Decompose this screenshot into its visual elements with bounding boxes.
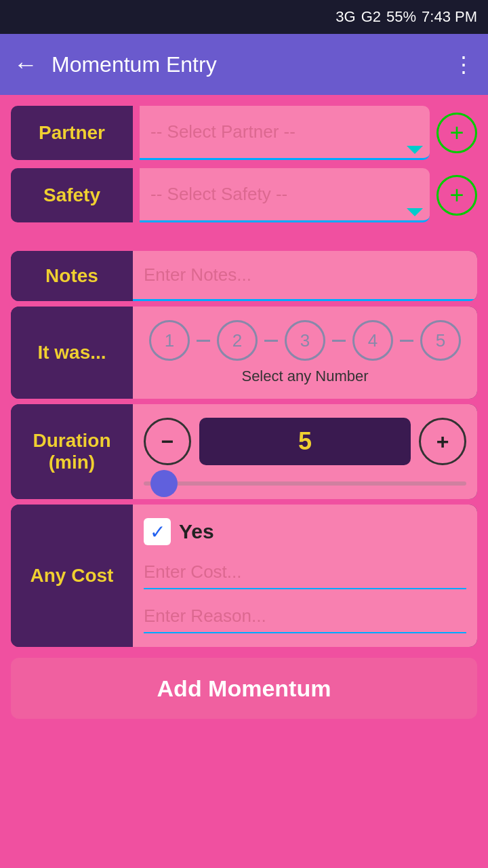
safety-add-button[interactable]: +: [436, 175, 477, 216]
add-momentum-label: Add Momentum: [157, 675, 331, 702]
battery-text: 55%: [386, 8, 416, 26]
time-text: 7:43 PM: [422, 8, 477, 26]
partner-label-box: Partner: [11, 106, 133, 160]
notes-row: Notes Enter Notes...: [11, 251, 477, 301]
itwas-label: It was...: [37, 342, 106, 363]
duration-slider-track[interactable]: [144, 481, 466, 486]
anycost-checkbox[interactable]: ✓: [144, 518, 171, 545]
decrement-icon: −: [161, 429, 174, 454]
notes-label: Notes: [45, 265, 98, 287]
signal-text: 3G: [336, 8, 355, 26]
anycost-label-box: Any Cost: [11, 505, 133, 647]
anycost-content: ✓ Yes Enter Cost... Enter Reason...: [133, 505, 477, 647]
safety-dropdown-text: -- Select Safety --: [150, 184, 419, 205]
anycost-row: Any Cost ✓ Yes Enter Cost... Enter Reaso…: [11, 505, 477, 647]
partner-label: Partner: [39, 122, 105, 144]
connector-2: [264, 340, 278, 342]
number-4-text: 4: [368, 330, 378, 351]
duration-label: Duration(min): [33, 430, 110, 473]
safety-dropdown-arrow: [407, 208, 423, 216]
itwas-label-box: It was...: [11, 307, 133, 399]
cost-input[interactable]: Enter Cost...: [144, 556, 466, 589]
duration-value: 5: [298, 427, 312, 456]
number-circle-3[interactable]: 3: [285, 320, 325, 361]
number-circles: 1 2 3 4 5: [149, 320, 461, 361]
duration-value-box: 5: [199, 418, 411, 465]
connector-1: [197, 340, 210, 342]
main-content: Partner -- Select Partner -- + Safety --…: [0, 95, 488, 743]
number-circle-4[interactable]: 4: [352, 320, 393, 361]
cost-placeholder: Enter Cost...: [144, 561, 242, 582]
notes-input[interactable]: Enter Notes...: [133, 251, 477, 301]
number-1-text: 1: [165, 330, 174, 351]
itwas-row: It was... 1 2 3 4: [11, 307, 477, 399]
more-menu-button[interactable]: ⋮: [453, 52, 474, 77]
reason-placeholder: Enter Reason...: [144, 606, 266, 626]
duration-increment-button[interactable]: +: [419, 418, 466, 465]
increment-icon: +: [436, 429, 449, 454]
checkbox-row: ✓ Yes: [144, 518, 466, 545]
number-circle-2[interactable]: 2: [217, 320, 258, 361]
number-2-text: 2: [232, 330, 242, 351]
checkbox-check-icon: ✓: [150, 521, 165, 543]
duration-label-box: Duration(min): [11, 404, 133, 499]
app-bar: ← Momentum Entry ⋮: [0, 34, 488, 95]
status-bar: 3G G2 55% 7:43 PM: [0, 0, 488, 34]
number-circle-5[interactable]: 5: [420, 320, 461, 361]
checkbox-label: Yes: [179, 520, 214, 543]
itwas-content: 1 2 3 4 5: [133, 307, 477, 399]
safety-label-box: Safety: [11, 168, 133, 222]
partner-dropdown-text: -- Select Partner --: [150, 121, 419, 142]
number-3-text: 3: [300, 330, 310, 351]
partner-add-button[interactable]: +: [436, 113, 477, 153]
number-circle-1[interactable]: 1: [149, 320, 190, 361]
number-5-text: 5: [436, 330, 445, 351]
duration-stepper: − 5 +: [144, 418, 466, 465]
duration-row: Duration(min) − 5 +: [11, 404, 477, 499]
notes-placeholder: Enter Notes...: [144, 264, 251, 285]
back-button[interactable]: ←: [14, 50, 38, 79]
duration-decrement-button[interactable]: −: [144, 418, 191, 465]
safety-field-row: Safety -- Select Safety -- +: [11, 168, 477, 222]
duration-slider-thumb[interactable]: [150, 470, 178, 497]
partner-field-row: Partner -- Select Partner -- +: [11, 106, 477, 160]
anycost-label: Any Cost: [30, 565, 114, 587]
safety-dropdown[interactable]: -- Select Safety --: [140, 168, 430, 222]
safety-add-icon: +: [449, 183, 464, 208]
add-momentum-button[interactable]: Add Momentum: [11, 658, 477, 719]
signal2-text: G2: [361, 8, 381, 26]
notes-label-box: Notes: [11, 251, 133, 301]
reason-input[interactable]: Enter Reason...: [144, 600, 466, 633]
partner-dropdown[interactable]: -- Select Partner --: [140, 106, 430, 160]
connector-4: [400, 340, 413, 342]
partner-dropdown-arrow: [407, 146, 423, 154]
partner-add-icon: +: [449, 121, 464, 145]
safety-label: Safety: [43, 184, 100, 206]
app-bar-title: Momentum Entry: [52, 52, 439, 77]
duration-content: − 5 +: [133, 404, 477, 499]
connector-3: [332, 340, 346, 342]
select-any-number-hint: Select any Number: [241, 368, 368, 385]
spacer: [11, 231, 477, 251]
